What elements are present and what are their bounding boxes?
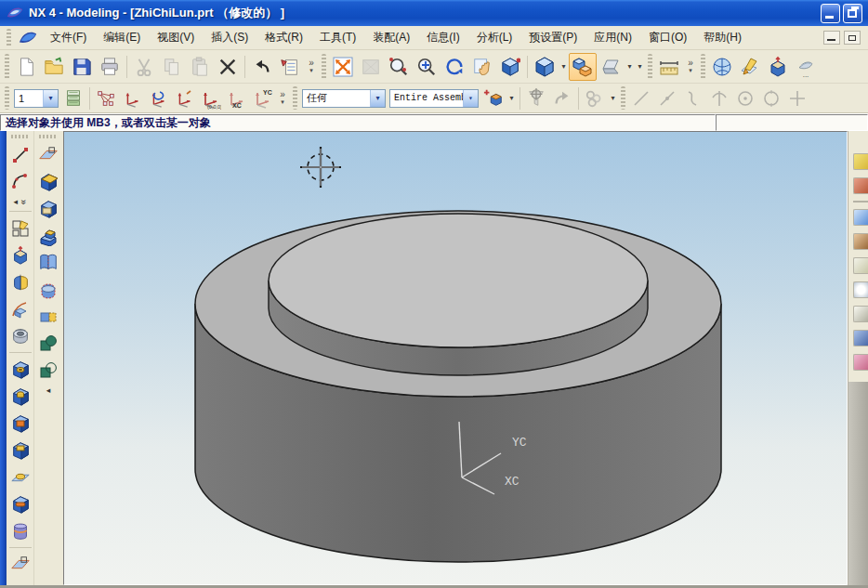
toolbar-grip[interactable] <box>39 135 58 138</box>
zoom-box-button[interactable] <box>357 53 385 81</box>
paste-button[interactable] <box>186 53 214 81</box>
system-scenes-tab[interactable] <box>853 354 868 371</box>
tube-button[interactable] <box>7 323 33 348</box>
sidebar-expand-chevrons[interactable]: » <box>19 199 29 204</box>
pocket-button[interactable] <box>7 411 33 436</box>
toolbar-grip[interactable] <box>5 54 9 80</box>
block-button[interactable] <box>36 169 61 194</box>
minimize-button[interactable] <box>821 4 840 23</box>
shaded-view-dropdown[interactable]: ▾ <box>559 62 569 71</box>
rotate-csys-button[interactable] <box>145 86 171 111</box>
origin-csys-button[interactable]: (0,0,0) <box>197 86 223 111</box>
copy-button[interactable] <box>158 53 186 81</box>
find-component-dropdown[interactable]: ▾ <box>506 94 517 102</box>
menu-format[interactable]: 格式(R) <box>256 27 311 48</box>
yc-axis-button[interactable]: YC <box>249 86 275 111</box>
toolbar-grip[interactable] <box>7 29 11 47</box>
layer-settings-button[interactable] <box>60 86 86 111</box>
hole-button[interactable] <box>7 357 33 382</box>
feature-box-button[interactable] <box>764 53 792 81</box>
combo-arrow-icon[interactable]: ▾ <box>370 90 385 107</box>
point-set-button[interactable] <box>93 86 119 111</box>
mdi-minimize-button[interactable] <box>823 31 840 45</box>
menu-information[interactable]: 信息(I) <box>418 27 467 48</box>
snap-mid-button[interactable] <box>654 86 680 111</box>
zoom-in-out-button[interactable] <box>413 53 441 81</box>
cylinder-button[interactable] <box>36 196 61 221</box>
snap-center-button[interactable] <box>732 86 758 111</box>
freeform-sheet-button[interactable]: ... <box>792 53 820 81</box>
menu-tools[interactable]: 工具(T) <box>311 27 364 48</box>
combo-arrow-icon[interactable]: ▾ <box>43 90 58 107</box>
menu-help[interactable]: 帮助(H) <box>695 27 750 48</box>
rotate-view-button[interactable] <box>441 53 468 81</box>
chain-selection-button[interactable] <box>582 86 608 111</box>
unite-button[interactable] <box>36 331 61 356</box>
pad-button[interactable] <box>7 438 33 463</box>
wireframe-view-button[interactable] <box>597 53 625 81</box>
extrude-button[interactable] <box>7 242 33 268</box>
snap-end-button[interactable] <box>628 86 654 111</box>
reuse-library-tab[interactable] <box>853 306 868 322</box>
reselect-button[interactable] <box>549 86 575 111</box>
step-boss-button[interactable] <box>36 223 61 248</box>
part-navigator-tab[interactable] <box>853 177 868 194</box>
toolbar-grip[interactable] <box>701 54 705 80</box>
dynamic-csys-button[interactable] <box>171 86 197 111</box>
sketch-task-button[interactable] <box>736 53 764 81</box>
cut-button[interactable] <box>130 53 158 81</box>
datum-csys-button[interactable] <box>7 552 33 577</box>
menu-window[interactable]: 窗口(O) <box>640 27 695 48</box>
perspective-button[interactable] <box>496 53 524 81</box>
menu-assemblies[interactable]: 装配(A) <box>364 27 418 48</box>
toolbar-grip[interactable] <box>5 86 9 110</box>
sweep-button[interactable] <box>7 296 33 321</box>
wireframe-dropdown[interactable]: ▾ <box>625 62 635 71</box>
measure-distance-button[interactable] <box>655 53 683 81</box>
split-body-button[interactable] <box>36 304 61 329</box>
clock-tab[interactable] <box>853 281 868 298</box>
snap-quadrant-button[interactable] <box>758 86 784 111</box>
toolbar-grip[interactable] <box>11 135 30 138</box>
toolbar-grip[interactable] <box>322 54 326 80</box>
roles-tab[interactable] <box>853 330 868 346</box>
menu-analysis[interactable]: 分析(L) <box>468 27 521 48</box>
sidebar-back-arrow[interactable]: ◂ <box>13 197 18 206</box>
assembly-navigator-tab[interactable] <box>853 153 868 170</box>
pan-view-button[interactable] <box>468 53 496 81</box>
sketch-button[interactable] <box>7 216 33 241</box>
slot-button[interactable] <box>7 491 33 516</box>
toolbar-grip[interactable] <box>621 86 625 110</box>
revolve-button[interactable] <box>7 269 33 294</box>
layer-combo[interactable]: 1 ▾ <box>14 89 59 108</box>
clipboard-notes-button[interactable] <box>276 53 304 81</box>
combo-arrow-icon[interactable]: ▾ <box>463 90 478 107</box>
new-button[interactable] <box>12 53 40 81</box>
mdi-restore-button[interactable] <box>844 31 861 45</box>
datum-plane-button[interactable] <box>36 142 61 167</box>
subtract-button[interactable] <box>36 358 61 383</box>
graphics-viewport[interactable]: YC XC <box>63 131 848 585</box>
shaded-with-edges-button[interactable] <box>569 53 597 81</box>
snap-intersection-button[interactable] <box>706 86 732 111</box>
open-button[interactable] <box>40 53 68 81</box>
web-browser-tab[interactable] <box>853 209 868 226</box>
selection-filter-combo[interactable]: 任何 ▾ <box>302 89 386 108</box>
selection-scope-combo[interactable]: Entire Assemb ▾ <box>389 89 479 108</box>
emboss-button[interactable] <box>7 464 33 490</box>
groove-button[interactable] <box>7 518 33 543</box>
snap-point-button[interactable] <box>784 86 810 111</box>
utility-toolbar-overflow[interactable]: »▾ <box>275 85 290 112</box>
menu-preferences[interactable]: 预设置(P) <box>520 27 585 48</box>
xc-axis-button[interactable]: XC <box>223 86 249 111</box>
standard-toolbar-overflow[interactable]: »▾ <box>304 53 319 81</box>
measure-toolbar-overflow[interactable]: »▾ <box>683 53 698 81</box>
sidebar-collapse-arrow[interactable]: ◂ <box>46 385 51 395</box>
palette-tab[interactable] <box>853 257 868 274</box>
csys-button[interactable] <box>119 86 145 111</box>
menu-view[interactable]: 视图(V) <box>149 27 203 48</box>
menu-edit[interactable]: 编辑(E) <box>95 27 149 48</box>
menu-application[interactable]: 应用(N) <box>585 27 640 48</box>
boss-button[interactable] <box>7 384 33 409</box>
shell-button[interactable] <box>36 250 61 275</box>
